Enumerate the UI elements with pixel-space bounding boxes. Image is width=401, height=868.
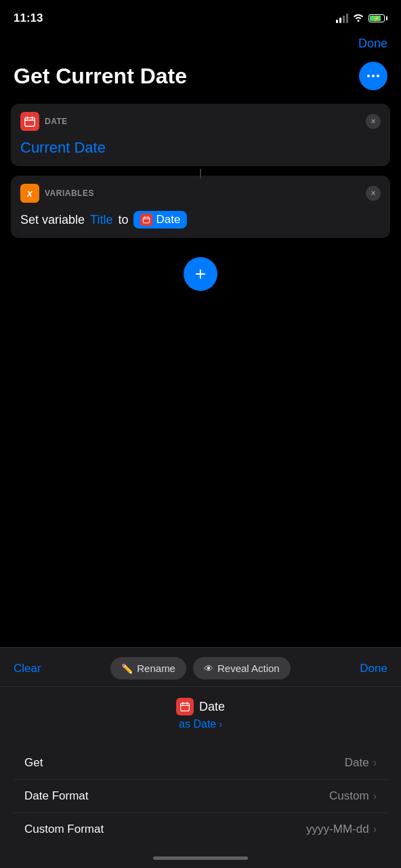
- variable-title-chip[interactable]: Title: [90, 213, 112, 227]
- more-button[interactable]: [359, 62, 387, 90]
- current-date-value: Current Date: [20, 139, 106, 156]
- rename-label: Rename: [137, 663, 175, 674]
- variables-card: x VARIABLES × Set variable Title to: [11, 176, 390, 238]
- reveal-label: Reveal Action: [217, 663, 280, 674]
- rename-icon: ✏️: [121, 663, 133, 674]
- done-button-toolbar[interactable]: Done: [360, 662, 387, 675]
- var-to-label: to: [118, 213, 128, 227]
- add-action-button[interactable]: +: [184, 257, 217, 291]
- done-button-top[interactable]: Done: [358, 37, 387, 51]
- svg-rect-8: [181, 703, 190, 711]
- toolbar-action-bar: Clear ✏️ Rename 👁 Reveal Action Done: [0, 648, 401, 686]
- custom-format-row[interactable]: Custom Format yyyy-MM-dd ›: [14, 813, 387, 846]
- date-card-close[interactable]: ×: [366, 114, 381, 129]
- status-time: 11:13: [14, 12, 43, 25]
- date-card-label: DATE: [45, 117, 68, 126]
- home-indicator: [0, 851, 401, 868]
- get-row-chevron: ›: [373, 757, 377, 769]
- date-format-row[interactable]: Date Format Custom ›: [14, 780, 387, 813]
- svg-rect-4: [144, 217, 150, 222]
- get-row-value: Date: [345, 756, 369, 770]
- title-row: Get Current Date: [0, 62, 401, 104]
- var-panel-icon: [176, 698, 194, 715]
- clear-button[interactable]: Clear: [14, 662, 41, 675]
- date-card: DATE × Current Date: [11, 104, 390, 166]
- date-chip-label: Date: [156, 213, 180, 226]
- toolbar: Clear ✏️ Rename 👁 Reveal Action Done: [0, 647, 401, 868]
- var-panel-name: Date: [199, 700, 225, 714]
- signal-icon: [336, 14, 348, 23]
- set-var-label: Set variable: [20, 213, 85, 227]
- variable-panel: Date as Date ›: [0, 686, 401, 747]
- rename-button[interactable]: ✏️ Rename: [110, 657, 186, 679]
- settings-section: Get Date › Date Format Custom › Custom F…: [14, 747, 387, 846]
- date-card-icon: [20, 112, 39, 131]
- subtitle-chevron: ›: [219, 719, 222, 730]
- set-variable-row: Set variable Title to Date: [20, 211, 381, 229]
- custom-format-value: yyyy-MM-dd: [306, 823, 369, 836]
- add-btn-container: +: [0, 243, 401, 304]
- eye-icon: 👁: [204, 663, 213, 674]
- date-chip[interactable]: Date: [133, 211, 187, 229]
- date-format-value: Custom: [329, 789, 369, 803]
- variables-card-label: VARIABLES: [45, 189, 94, 198]
- variables-card-icon: x: [20, 184, 39, 203]
- var-panel-subtitle[interactable]: as Date ›: [14, 718, 387, 730]
- page-title: Get Current Date: [14, 64, 187, 89]
- battery-icon: ⚡: [368, 14, 387, 22]
- variables-card-close[interactable]: ×: [366, 186, 381, 201]
- date-chip-icon: [140, 214, 152, 226]
- status-bar: 11:13 ⚡: [0, 0, 401, 34]
- header-bar: Done: [0, 34, 401, 62]
- status-icons: ⚡: [336, 12, 387, 24]
- custom-format-label: Custom Format: [24, 823, 104, 836]
- get-row-label: Get: [24, 756, 43, 770]
- svg-rect-0: [25, 118, 35, 127]
- date-format-label: Date Format: [24, 789, 88, 803]
- home-bar: [153, 856, 248, 860]
- get-row[interactable]: Get Date ›: [14, 747, 387, 780]
- custom-format-chevron: ›: [373, 823, 377, 835]
- reveal-action-button[interactable]: 👁 Reveal Action: [193, 657, 291, 679]
- date-format-chevron: ›: [373, 790, 377, 802]
- wifi-icon: [352, 12, 364, 24]
